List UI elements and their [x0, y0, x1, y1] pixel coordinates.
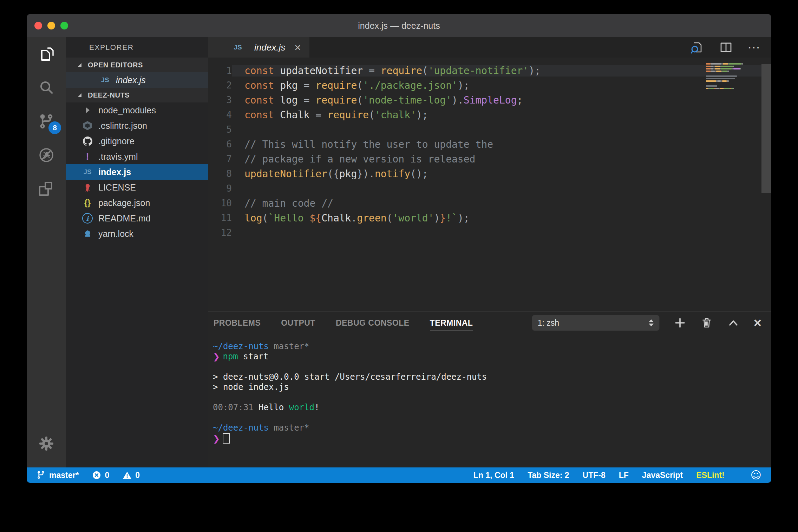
panel-header: PROBLEMSOUTPUTDEBUG CONSOLETERMINAL 1: z… [208, 312, 771, 334]
gear-icon [38, 435, 55, 452]
section-open-editors[interactable]: OPEN EDITORS [66, 58, 208, 72]
file-label: .eslintrc.json [98, 121, 147, 131]
minimap-line [706, 77, 759, 80]
status-label: ESLint! [696, 471, 725, 480]
status-eol[interactable]: LF [619, 471, 629, 480]
terminal-line: ~/deez-nuts master* [213, 423, 771, 433]
status-encoding[interactable]: UTF-8 [583, 471, 606, 480]
activity-search[interactable] [27, 71, 66, 105]
activity-explorer[interactable] [27, 37, 66, 71]
file-label: index.js [98, 167, 131, 177]
minimap-line [706, 82, 759, 85]
twisty-icon [78, 63, 81, 67]
minimap-line [706, 85, 759, 87]
open-preview-button[interactable] [690, 40, 705, 55]
tab-index-js[interactable]: JS index.js × [208, 37, 309, 58]
license-icon [81, 183, 93, 192]
title-bar: index.js — deez-nuts [27, 14, 771, 37]
status-bar: master*00 Ln 1, Col 1Tab Size: 2UTF-8LFJ… [27, 467, 771, 483]
select-arrows-icon [649, 319, 654, 326]
braces-icon: {} [81, 198, 93, 208]
line-number: 8 [208, 168, 232, 179]
new-terminal-button[interactable] [674, 317, 686, 329]
terminal-line: ~/deez-nuts master* [213, 341, 771, 352]
tree-item-index-js[interactable]: JSindex.js [66, 164, 208, 180]
tree-item--eslintrc-json[interactable]: .eslintrc.json [66, 118, 208, 133]
vscode-window: index.js — deez-nuts 8 EXPLORER OPEN EDI… [27, 14, 771, 483]
section-project[interactable]: DEEZ-NUTS [66, 88, 208, 102]
terminal-line: > deez-nuts@0.0.0 start /Users/cesarferr… [213, 372, 771, 382]
split-editor-button[interactable] [719, 40, 733, 55]
warning-icon [123, 471, 132, 480]
minimap[interactable] [706, 62, 759, 92]
line-content: // main code // [232, 198, 771, 209]
chevron-up-icon [727, 317, 740, 329]
terminal-line [213, 413, 771, 423]
terminal-line: ❯ [213, 433, 771, 444]
debug-icon [38, 146, 55, 164]
tree-item-yarn-lock[interactable]: yarn.lock [66, 226, 208, 241]
status-feedback[interactable]: ☺ [738, 470, 761, 480]
code-line-11: 11log(`Hello ${Chalk.green('world')}!`); [208, 211, 771, 225]
code-line-6: 6// This will notify the user to update … [208, 137, 771, 152]
activity-debug[interactable] [27, 138, 66, 172]
status-language-mode[interactable]: JavaScript [642, 471, 683, 480]
minimap-line [706, 75, 759, 77]
open-editor-item[interactable]: JSindex.js [66, 72, 208, 88]
status-errors[interactable]: 0 [92, 471, 109, 480]
line-content: // package if a new version is released [232, 153, 771, 165]
code-line-9: 9 [208, 181, 771, 196]
tree-item-readme-md[interactable]: iREADME.md [66, 211, 208, 226]
terminal-line: > node index.js [213, 382, 771, 392]
status-label: JavaScript [642, 471, 683, 480]
tree-item-package-json[interactable]: {}package.json [66, 195, 208, 211]
tree-item--travis-yml[interactable]: !.travis.yml [66, 149, 208, 164]
minimap-line [706, 89, 759, 92]
line-number: 11 [208, 213, 232, 223]
travis-icon: ! [81, 151, 93, 162]
status-label: 0 [135, 471, 140, 480]
code-editor[interactable]: 1const updateNotifier = require('update-… [208, 58, 771, 311]
code-line-10: 10// main code // [208, 196, 771, 211]
tree-item-license[interactable]: LICENSE [66, 180, 208, 195]
status-eslint-status[interactable]: ESLint! [696, 471, 725, 480]
minimap-line [706, 70, 759, 72]
terminal-cursor [223, 433, 230, 444]
terminal-select[interactable]: 1: zsh [532, 315, 660, 331]
line-number: 10 [208, 198, 232, 208]
maximize-panel-button[interactable] [727, 317, 740, 329]
panel-tab-problems[interactable]: PROBLEMS [214, 315, 261, 331]
editor-scrollbar[interactable] [761, 64, 771, 193]
status-label: UTF-8 [583, 471, 606, 480]
code-line-8: 8updateNotifier({pkg}).notify(); [208, 166, 771, 181]
terminal-line: 00:07:31 Hello world! [213, 403, 771, 413]
kill-terminal-button[interactable] [700, 317, 713, 329]
line-content: updateNotifier({pkg}).notify(); [232, 168, 771, 180]
tree-item-node-modules[interactable]: node_modules [66, 102, 208, 118]
line-content: // This will notify the user to update t… [232, 139, 771, 150]
line-content [232, 227, 771, 239]
status-indentation[interactable]: Tab Size: 2 [528, 471, 569, 480]
js-icon: JS [232, 44, 244, 51]
tree-item--gitignore[interactable]: .gitignore [66, 133, 208, 149]
status-cursor-position[interactable]: Ln 1, Col 1 [473, 471, 514, 480]
activity-extensions[interactable] [27, 172, 66, 206]
file-label: LICENSE [98, 182, 136, 193]
line-number: 2 [208, 80, 232, 91]
line-number: 9 [208, 183, 232, 194]
files-icon [38, 45, 55, 63]
panel-tab-terminal[interactable]: TERMINAL [430, 315, 473, 331]
close-tab-icon[interactable]: × [294, 42, 301, 53]
status-git-branch[interactable]: master* [37, 471, 79, 480]
terminal-output[interactable]: ~/deez-nuts master*❯ npm start > deez-nu… [208, 334, 771, 467]
panel-tab-output[interactable]: OUTPUT [281, 315, 315, 331]
section-label: DEEZ-NUTS [88, 91, 130, 99]
file-label: package.json [98, 198, 150, 208]
js-icon: JS [81, 168, 93, 176]
panel-tab-debug-console[interactable]: DEBUG CONSOLE [336, 315, 410, 331]
info-icon: i [81, 213, 93, 224]
status-warnings[interactable]: 0 [123, 471, 140, 480]
smiley-icon [738, 471, 747, 480]
activity-settings[interactable] [27, 430, 66, 458]
activity-source-control[interactable]: 8 [27, 105, 66, 138]
